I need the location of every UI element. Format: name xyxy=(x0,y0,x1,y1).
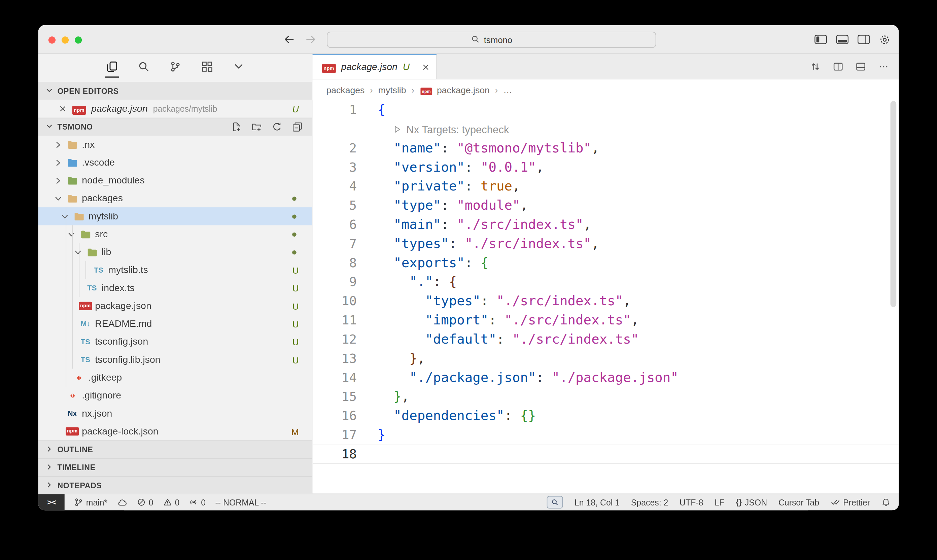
git-branch[interactable]: main* xyxy=(74,494,108,510)
code-line-16[interactable]: 16 "dependencies": {} xyxy=(313,406,899,425)
open-editor-item[interactable]: npm package.json packages/mytslib U xyxy=(38,100,312,118)
tree-item-tsconfig.lib.json[interactable]: TStsconfig.lib.jsonU xyxy=(38,351,312,369)
breadcrumb-item-package.json[interactable]: npmpackage.json xyxy=(420,85,490,95)
code-line-13[interactable]: 13 }, xyxy=(313,349,899,368)
gutter xyxy=(313,120,357,138)
code-line-6[interactable]: 6 "main": "./src/index.ts", xyxy=(313,215,899,234)
editor-pane[interactable]: 1{Nx Targets: typecheck2 "name": "@tsmon… xyxy=(313,100,899,493)
eol[interactable]: LF xyxy=(714,494,724,510)
toggle-secondary-sidebar-button[interactable] xyxy=(858,35,870,44)
navigate-editors-icon[interactable] xyxy=(811,61,820,71)
refresh-explorer-button[interactable] xyxy=(272,122,282,132)
project-section-header[interactable]: TSMONO xyxy=(38,118,312,135)
remote-indicator[interactable]: >< xyxy=(38,494,65,510)
code-line-17[interactable]: 17} xyxy=(313,425,899,445)
code-line-4[interactable]: 4 "private": true, xyxy=(313,177,899,196)
tree-item-package-lock.json[interactable]: npmpackage-lock.jsonM xyxy=(38,422,312,440)
code-line-10[interactable]: 10 "types": "./src/index.ts", xyxy=(313,291,899,311)
customize-layout-icon[interactable] xyxy=(856,61,866,71)
sync-changes[interactable] xyxy=(117,494,127,510)
ports[interactable]: 0 xyxy=(189,494,206,510)
toggle-primary-sidebar-button[interactable] xyxy=(814,35,827,44)
command-center-search[interactable]: tsmono xyxy=(327,32,656,48)
editor-scrollbar[interactable] xyxy=(891,101,897,307)
tree-item-.nx[interactable]: .nx xyxy=(38,135,312,154)
tree-item-mytslib[interactable]: mytslib xyxy=(38,207,312,225)
code-line-2[interactable]: 2 "name": "@tsmono/mytslib", xyxy=(313,138,899,158)
navigate-back-button[interactable] xyxy=(283,35,295,44)
code-line-18[interactable]: 18 xyxy=(313,445,899,464)
tree-item-src[interactable]: src xyxy=(38,225,312,243)
tree-item-nx.json[interactable]: Nxnx.json xyxy=(38,405,312,422)
notifications[interactable] xyxy=(882,494,891,510)
codelens-nx-targets[interactable]: Nx Targets: typecheck xyxy=(393,120,509,139)
code-line-5[interactable]: 5 "type": "module", xyxy=(313,196,899,215)
breadcrumb-item-…[interactable]: … xyxy=(503,85,512,95)
source-control-tool-button[interactable] xyxy=(168,58,182,78)
chevron-spacer xyxy=(66,318,76,329)
formatter-prettier[interactable]: Prettier xyxy=(831,494,870,510)
problems-errors[interactable]: 0 xyxy=(137,494,153,510)
language-mode[interactable]: {}JSON xyxy=(736,494,767,510)
collapse-folders-button[interactable] xyxy=(292,122,302,132)
breadcrumb-item-mytslib[interactable]: mytslib xyxy=(378,85,406,95)
code-line-8[interactable]: 8 "exports": { xyxy=(313,254,899,272)
zoom-indicator[interactable] xyxy=(547,494,563,510)
code-line-11[interactable]: 11 "import": "./src/index.ts", xyxy=(313,311,899,330)
tree-item-README.md[interactable]: M↓README.mdU xyxy=(38,315,312,333)
code-line-3[interactable]: 3 "version": "0.0.1", xyxy=(313,158,899,177)
notepads-section-header[interactable]: NOTEPADS xyxy=(38,476,312,493)
git-file-icon xyxy=(67,390,78,401)
toggle-panel-button[interactable] xyxy=(836,35,848,44)
tree-item-packages[interactable]: packages xyxy=(38,189,312,207)
folder-icon xyxy=(67,175,78,186)
search-tool-button[interactable] xyxy=(137,58,151,78)
code-line-12[interactable]: 12 "default": "./src/index.ts" xyxy=(313,330,899,349)
line-number: 14 xyxy=(313,368,357,387)
new-file-button[interactable] xyxy=(231,122,241,132)
close-tab-button[interactable] xyxy=(422,63,431,72)
extensions-tool-button[interactable] xyxy=(200,58,214,78)
open-editors-header[interactable]: OPEN EDITORS xyxy=(38,82,312,100)
command-center-value: tsmono xyxy=(484,35,512,45)
tree-item-.gitignore[interactable]: .gitignore xyxy=(38,387,312,405)
close-window-button[interactable] xyxy=(48,36,55,43)
more-actions-icon[interactable] xyxy=(879,61,889,71)
explorer-tool-button[interactable] xyxy=(105,58,119,78)
timeline-section-header[interactable]: TIMELINE xyxy=(38,458,312,476)
new-folder-button[interactable] xyxy=(251,122,262,132)
chevron-right-icon xyxy=(52,175,63,186)
codelens-row[interactable]: Nx Targets: typecheck xyxy=(313,120,899,138)
tree-item-package.json[interactable]: npmpackage.jsonU xyxy=(38,297,312,315)
encoding[interactable]: UTF-8 xyxy=(680,494,703,510)
cursor-tab[interactable]: Cursor Tab xyxy=(779,494,819,510)
title-bar[interactable]: tsmono xyxy=(38,25,899,54)
minimize-window-button[interactable] xyxy=(62,36,69,43)
code-line-7[interactable]: 7 "types": "./src/index.ts", xyxy=(313,234,899,254)
outline-section-header[interactable]: OUTLINE xyxy=(38,440,312,458)
breadcrumb-item-packages[interactable]: packages xyxy=(326,85,365,95)
zoom-window-button[interactable] xyxy=(75,36,82,43)
problems-warnings[interactable]: 0 xyxy=(163,494,179,510)
code-line-15[interactable]: 15 }, xyxy=(313,387,899,406)
code-line-9[interactable]: 9 ".": { xyxy=(313,272,899,292)
indentation[interactable]: Spaces: 2 xyxy=(631,494,668,510)
close-editor-button[interactable] xyxy=(58,105,67,113)
tree-item-.vscode[interactable]: .vscode xyxy=(38,154,312,171)
line-number: 13 xyxy=(313,349,357,368)
code-line-14[interactable]: 14 "./package.json": "./package.json" xyxy=(313,368,899,387)
status-bar: ><main*000-- NORMAL -- Ln 18, Col 1Space… xyxy=(38,494,899,511)
settings-gear-button[interactable] xyxy=(879,34,891,45)
tab-package-json[interactable]: npm package.json U xyxy=(313,54,437,79)
code-line-1[interactable]: 1{ xyxy=(313,100,899,120)
tree-item-tsconfig.json[interactable]: TStsconfig.jsonU xyxy=(38,333,312,351)
more-tools-chevron-button[interactable] xyxy=(232,58,245,78)
cursor-position[interactable]: Ln 18, Col 1 xyxy=(574,494,620,510)
tree-item-node_modules[interactable]: node_modules xyxy=(38,172,312,189)
tree-item-.gitkeep[interactable]: .gitkeep xyxy=(38,369,312,386)
git-status-badge: U xyxy=(292,265,299,275)
code-text: "default": "./src/index.ts" xyxy=(357,330,639,349)
navigate-forward-button[interactable] xyxy=(305,35,317,44)
split-editor-icon[interactable] xyxy=(833,61,843,71)
git-status-badge: M xyxy=(291,426,299,437)
